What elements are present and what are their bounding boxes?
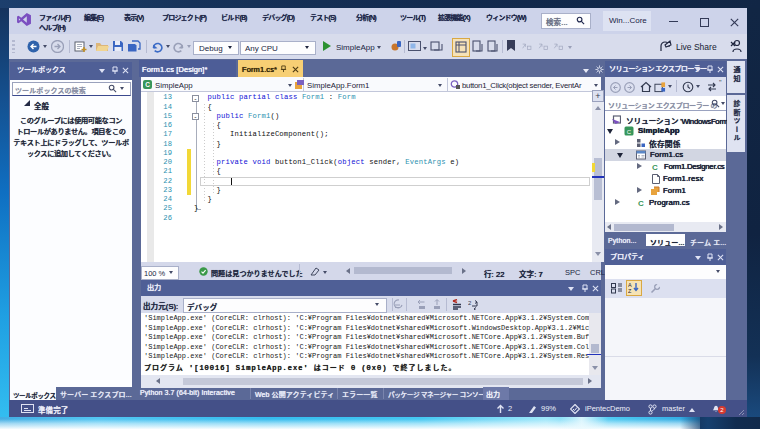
svg-text:C: C bbox=[638, 199, 644, 208]
svg-text:C: C bbox=[627, 129, 632, 135]
svg-text:Z: Z bbox=[628, 288, 632, 294]
svg-text:2: 2 bbox=[468, 300, 472, 306]
svg-text:C: C bbox=[652, 163, 658, 172]
